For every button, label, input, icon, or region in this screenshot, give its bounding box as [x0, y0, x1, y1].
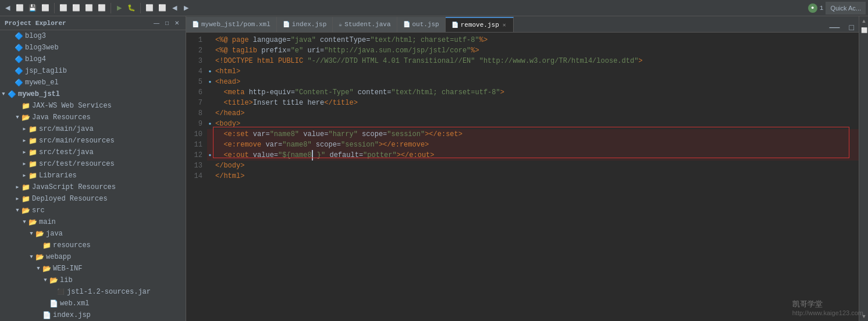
tree-label: resources	[53, 240, 91, 251]
toolbar-btn-6[interactable]: ⬜	[70, 2, 82, 15]
tab-close-btn[interactable]: ✕	[501, 22, 507, 28]
tree-item-src[interactable]: ▼ 📂 src	[0, 205, 186, 216]
arrow: ▶	[21, 147, 28, 158]
tree-item-src-test-res[interactable]: ▶ 📁 src/test/resources	[0, 158, 186, 170]
tree-item-deployed-resources[interactable]: ▶ 📁 Deployed Resources	[0, 193, 186, 205]
jsp-icon: 📄	[42, 311, 51, 320]
line-content: <title>Insert title here</title>	[213, 98, 859, 108]
tree-label: myweb_jstl	[18, 89, 60, 99]
toolbar-btn-10[interactable]: ⬜	[156, 2, 168, 15]
project-explorer-panel: Project Explorer — □ ✕ 🔷 blog3 🔷 blog3we…	[0, 16, 186, 321]
file-tree: 🔷 blog3 🔷 blog3web 🔷 blog4 🔷 jsp_taglib	[0, 30, 186, 321]
right-edge-btn-2[interactable]: ⬜	[859, 26, 868, 35]
tab-label: index.jsp	[292, 21, 326, 28]
toolbar-btn-4[interactable]: ⬜	[40, 2, 51, 15]
tree-item-java-resources[interactable]: ▼ 📂 Java Resources	[0, 112, 186, 123]
tree-item-webapp[interactable]: ▼ 📂 webapp	[0, 251, 186, 263]
tree-item-javascript-resources[interactable]: ▶ 📁 JavaScript Resources	[0, 181, 186, 193]
tree-label: lib	[60, 275, 73, 286]
line-content: <body>	[213, 119, 859, 129]
tree-item-blog3[interactable]: 🔷 blog3	[0, 30, 186, 42]
toolbar-btn-2[interactable]: ⬜	[14, 2, 26, 15]
tree-item-jax-ws[interactable]: 📁 JAX-WS Web Services	[0, 100, 186, 112]
line-number: 4	[186, 66, 207, 77]
tab-icon: 📄	[451, 22, 458, 28]
code-line-3: 3 <!DOCTYPE html PUBLIC "-//W3C//DTD HTM…	[186, 56, 859, 66]
tree-item-resources[interactable]: 📁 resources	[0, 240, 186, 251]
toolbar-run[interactable]: ▶	[114, 2, 124, 15]
project-icon: 🔷	[7, 90, 16, 99]
line-content: <%@ taglib prefix="e" uri="http://java.s…	[213, 45, 859, 56]
tab-remove-jsp[interactable]: 📄 remove.jsp ✕	[446, 17, 514, 32]
tree-item-java[interactable]: ▼ 📂 java	[0, 228, 186, 240]
toolbar-btn-8[interactable]: ⬜	[96, 2, 108, 15]
tab-student-java[interactable]: ☕ Student.java	[333, 17, 397, 32]
arrow: ▶	[21, 159, 28, 169]
tree-item-myweb-jstl[interactable]: ▼ 🔷 myweb_jstl	[0, 88, 186, 100]
line-number: 11	[186, 140, 207, 150]
tree-label: jstl-1.2-sources.jar	[67, 287, 151, 297]
toolbar-btn-3[interactable]: 💾	[27, 2, 38, 15]
toolbar-btn-9[interactable]: ⬜	[144, 2, 155, 15]
tree-item-jstl-jar[interactable]: ⬛ jstl-1.2-sources.jar	[0, 286, 186, 298]
folder-open-icon: 📂	[35, 229, 44, 238]
right-edge-panel: ▲ ⬜ ▼	[859, 16, 868, 321]
tree-item-myweb-el[interactable]: 🔷 myweb_el	[0, 77, 186, 88]
arrow: ▶	[21, 124, 28, 134]
line-dot: ●	[207, 66, 213, 77]
explorer-close-btn[interactable]: ✕	[173, 19, 181, 27]
maximize-editor-btn[interactable]: □	[845, 23, 859, 32]
tree-item-jsp-taglib[interactable]: 🔷 jsp_taglib	[0, 65, 186, 77]
tree-item-web-xml[interactable]: 📄 web.xml	[0, 298, 186, 309]
project-icon: 🔷	[14, 31, 23, 41]
toolbar-btn-12[interactable]: ▶	[181, 2, 191, 15]
line-dot: ●	[207, 119, 213, 129]
tree-item-lib[interactable]: ▼ 📂 lib	[0, 274, 186, 286]
tab-pom-xml[interactable]: 📄 myweb_jstl/pom.xml	[186, 17, 277, 32]
tree-item-src-main-res[interactable]: ▶ 📁 src/main/resources	[0, 135, 186, 147]
tree-label: myweb_el	[25, 77, 59, 88]
tab-out-jsp[interactable]: 📄 out.jsp	[397, 17, 446, 32]
explorer-maximize-btn[interactable]: □	[163, 19, 170, 27]
xml-icon: 📄	[49, 299, 58, 308]
line-content: </body>	[213, 160, 859, 171]
explorer-minimize-btn[interactable]: —	[152, 19, 161, 27]
tree-item-src-test-java[interactable]: ▶ 📁 src/test/java	[0, 147, 186, 158]
right-edge-btn-3[interactable]: ▼	[859, 312, 868, 321]
tree-item-src-main-java[interactable]: ▶ 📁 src/main/java	[0, 123, 186, 135]
right-edge-btn-1[interactable]: ▲	[859, 16, 868, 26]
tree-item-index-jsp[interactable]: 📄 index.jsp	[0, 309, 186, 321]
tree-label: blog3	[25, 31, 46, 41]
quick-access-button[interactable]: Quick Ac...	[826, 2, 866, 15]
tree-label: web.xml	[60, 298, 89, 309]
tree-item-web-inf[interactable]: ▼ 📂 WEB-INF	[0, 263, 186, 274]
tree-item-main[interactable]: ▼ 📂 main	[0, 216, 186, 228]
tree-label: main	[39, 217, 56, 227]
notification-count: 1	[820, 5, 824, 12]
toolbar-btn-11[interactable]: ◀	[169, 2, 180, 15]
code-line-13: 13 </body>	[186, 160, 859, 171]
tab-icon: 📄	[283, 21, 290, 28]
tree-item-libraries[interactable]: ▶ 📁 Libraries	[0, 170, 186, 181]
project-explorer-header: Project Explorer — □ ✕	[0, 16, 186, 30]
folder-icon: 📁	[42, 241, 51, 250]
toolbar-debug[interactable]: 🐛	[126, 2, 137, 15]
toolbar-btn-1[interactable]: ◀	[2, 2, 13, 15]
arrow: ▶	[14, 182, 21, 192]
tab-index-jsp[interactable]: 📄 index.jsp	[277, 17, 333, 32]
minimize-editor-btn[interactable]: —	[825, 22, 845, 32]
toolbar-btn-5[interactable]: ⬜	[58, 2, 69, 15]
code-editor[interactable]: 1 <%@ page language="java" contentType="…	[186, 33, 859, 321]
tree-item-blog4[interactable]: 🔷 blog4	[0, 54, 186, 65]
tree-label: JAX-WS Web Services	[32, 101, 112, 111]
tree-label: jsp_taglib	[25, 66, 67, 76]
line-number: 13	[186, 160, 207, 171]
folder-open-icon: 📂	[21, 113, 30, 122]
arrow: ▶	[21, 135, 28, 146]
arrow: ▼	[14, 112, 21, 123]
toolbar-btn-7[interactable]: ⬜	[83, 2, 95, 15]
folder-icon: 📁	[21, 183, 30, 192]
folder-icon: 📁	[28, 124, 37, 134]
tree-item-blog3web[interactable]: 🔷 blog3web	[0, 42, 186, 54]
line-content: <meta http-equiv="Content-Type" content=…	[213, 87, 859, 98]
